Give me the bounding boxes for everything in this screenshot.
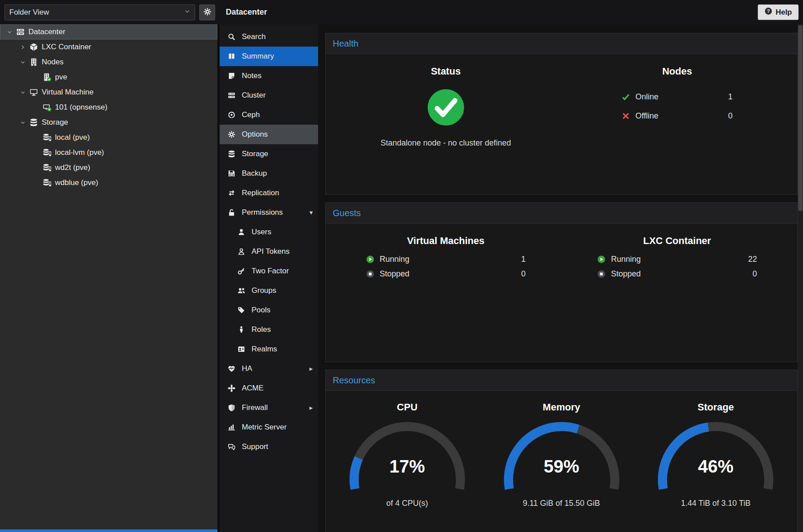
help-button[interactable]: ? Help xyxy=(758,4,799,20)
content-scrollbar[interactable] xyxy=(798,24,803,532)
expand-right-icon: ▸ xyxy=(309,365,313,373)
database-icon xyxy=(227,150,236,158)
chevron-down-icon[interactable] xyxy=(4,29,14,35)
menu-item-label: Firewall xyxy=(242,403,268,412)
menu-item-ha[interactable]: HA▸ xyxy=(220,359,318,378)
guests-header: Guests xyxy=(326,203,797,224)
menu-item-label: Ceph xyxy=(242,110,260,119)
tree-item-virtual-machine[interactable]: Virtual Machine xyxy=(0,85,217,100)
user-icon xyxy=(236,228,246,236)
menu-item-replication[interactable]: Replication xyxy=(220,183,318,203)
chevron-right-icon[interactable] xyxy=(18,44,28,50)
tree-item-label: Storage xyxy=(42,118,68,127)
guest-rows: Running1Stopped0 xyxy=(366,255,526,279)
tree-item-nodes[interactable]: Nodes xyxy=(0,55,217,70)
person-icon xyxy=(236,326,246,334)
menu-item-label: Notes xyxy=(242,71,261,80)
guest-row-lxc-container-stopped: Stopped0 xyxy=(597,269,757,279)
gauge-sublabel: 9.11 GiB of 15.50 GiB xyxy=(484,499,639,508)
gauge-sublabel: 1.44 TiB of 3.10 TiB xyxy=(638,499,793,508)
chevron-down-icon[interactable] xyxy=(18,59,28,65)
menu-item-label: API Tokens xyxy=(252,247,290,256)
menu-item-roles[interactable]: Roles xyxy=(220,320,318,339)
database-drive-icon xyxy=(41,178,53,187)
gauge-value: 59% xyxy=(495,457,628,477)
view-mode-select[interactable]: Folder View xyxy=(4,4,195,20)
tree-item-wdblue-pve[interactable]: wdblue (pve) xyxy=(0,175,217,190)
menu-item-search[interactable]: Search xyxy=(220,27,318,47)
guest-row-label: Running xyxy=(611,255,641,264)
tree-item-label: pve xyxy=(55,73,67,82)
gauge-memory-arc: 59% xyxy=(495,419,628,498)
menu-item-api-tokens[interactable]: API Tokens xyxy=(220,242,318,261)
menu-item-cluster[interactable]: Cluster xyxy=(220,86,318,105)
bottom-splitter[interactable] xyxy=(0,529,217,532)
tree-item-local-lvm-pve[interactable]: local-lvm (pve) xyxy=(0,145,217,160)
tree-item-label: Nodes xyxy=(42,58,63,67)
menu-item-acme[interactable]: ACME xyxy=(220,378,318,398)
health-panel: Health Status Standalone node - no clust… xyxy=(325,33,798,195)
key-icon xyxy=(236,267,246,275)
menu-item-label: Search xyxy=(242,32,266,41)
menu-item-users[interactable]: Users xyxy=(220,222,318,242)
tree-item-storage[interactable]: Storage xyxy=(0,115,217,130)
running-icon xyxy=(597,255,607,264)
tree-item-101-opnsense[interactable]: 101 (opnsense) xyxy=(0,100,217,115)
health-body: Status Standalone node - no cluster defi… xyxy=(326,54,797,194)
view-mode-label: Folder View xyxy=(9,8,49,17)
health-row-label: Offline xyxy=(635,111,658,121)
chevron-down-icon[interactable] xyxy=(18,120,28,126)
expand-right-icon: ▸ xyxy=(309,404,313,412)
gauge-cpu-arc: 17% xyxy=(341,419,474,498)
guest-row-lxc-container-running: Running22 xyxy=(597,255,757,264)
server-icon xyxy=(14,28,26,36)
menu-item-label: Groups xyxy=(252,286,276,295)
chevron-down-icon xyxy=(184,8,190,17)
status-column: Status Standalone node - no cluster defi… xyxy=(330,66,562,194)
gauge-sublabel: of 4 CPU(s) xyxy=(330,499,484,508)
menu-item-permissions[interactable]: Permissions▾ xyxy=(220,203,318,222)
expand-down-icon: ▾ xyxy=(309,209,313,217)
tree-item-local-pve[interactable]: local (pve) xyxy=(0,130,217,145)
health-row-value: 1 xyxy=(728,92,732,102)
guest-row-label: Stopped xyxy=(611,269,641,279)
gauge-memory: Memory 59%9.11 GiB of 15.50 GiB xyxy=(484,402,639,532)
menu-item-groups[interactable]: Groups xyxy=(220,281,318,300)
menu-item-ceph[interactable]: Ceph xyxy=(220,105,318,125)
guest-row-label: Running xyxy=(380,255,409,264)
menu-item-support[interactable]: Support xyxy=(220,437,318,457)
menu-item-pools[interactable]: Pools xyxy=(220,300,318,320)
menu-item-notes[interactable]: Notes xyxy=(220,66,318,86)
tree-item-lxc-container[interactable]: LXC Container xyxy=(0,39,217,55)
menu-item-label: Replication xyxy=(242,189,279,197)
menu-item-label: Users xyxy=(252,228,271,236)
tree-settings-button[interactable] xyxy=(199,4,215,20)
menu-item-options[interactable]: Options xyxy=(220,125,318,144)
menu-item-realms[interactable]: Realms xyxy=(220,339,318,359)
stopped-icon xyxy=(597,270,607,278)
gauge-storage-arc: 46% xyxy=(649,419,782,498)
nodes-heading: Nodes xyxy=(562,66,793,77)
users-icon xyxy=(236,287,246,295)
menu-item-storage[interactable]: Storage xyxy=(220,144,318,164)
gear-icon xyxy=(203,8,212,17)
menu-item-firewall[interactable]: Firewall▸ xyxy=(220,398,318,418)
stopped-icon xyxy=(366,270,376,278)
tree-item-datacenter[interactable]: Datacenter xyxy=(0,24,217,39)
menu-item-summary[interactable]: Summary xyxy=(220,47,318,66)
content-area: Health Status Standalone node - no clust… xyxy=(318,24,803,532)
scrollbar-thumb[interactable] xyxy=(798,25,803,211)
tree-item-label: wdblue (pve) xyxy=(55,178,98,187)
menu-item-two-factor[interactable]: Two Factor xyxy=(220,261,318,281)
tree-item-pve[interactable]: pve xyxy=(0,70,217,85)
chevron-down-icon[interactable] xyxy=(18,90,28,95)
resources-header: Resources xyxy=(326,370,797,391)
question-icon: ? xyxy=(764,7,772,17)
menu-item-backup[interactable]: Backup xyxy=(220,164,318,183)
building-icon xyxy=(28,58,39,67)
guest-row-value: 0 xyxy=(521,269,526,279)
tree-item-wd2t-pve[interactable]: wd2t (pve) xyxy=(0,160,217,175)
tag-icon xyxy=(236,306,246,314)
health-row-offline: Offline0 xyxy=(622,111,732,121)
menu-item-metric-server[interactable]: Metric Server xyxy=(220,418,318,437)
